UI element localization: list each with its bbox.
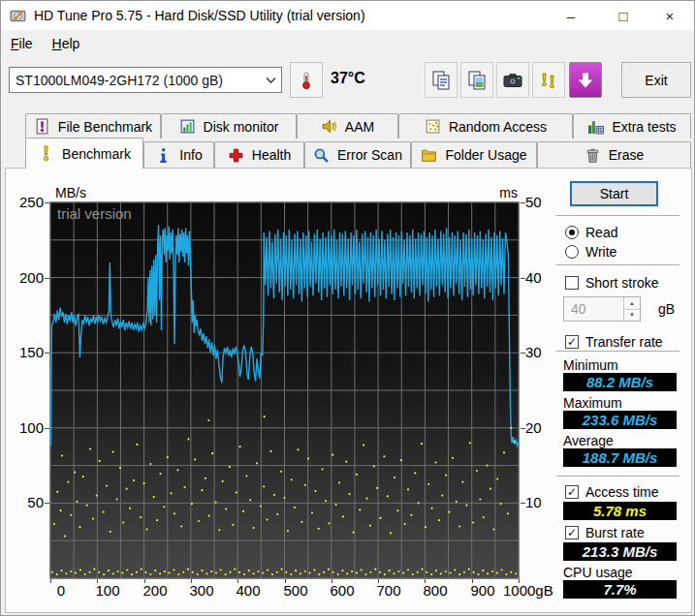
tick-mark [45,278,49,279]
y-left-tick-label: 200 [5,269,44,286]
tab-label: Benchmark [62,146,131,162]
tab-disk-monitor[interactable]: Disk monitor [161,113,297,139]
tab-benchmark[interactable]: Benchmark [25,138,143,169]
y-right-tick-label: 50 [525,194,554,210]
minimum-label: Minimum [563,357,618,373]
folder-usage-icon [421,147,437,164]
minimize-button[interactable]: – [553,1,589,30]
read-radio-row[interactable]: Read [565,225,617,240]
tick-mark [97,579,98,583]
start-label: Start [600,186,629,201]
y-right-tick-label: 20 [525,419,554,436]
transfer-rate-checkbox[interactable]: ✓ [565,335,579,349]
tick-mark [521,353,525,354]
toolbar: ST1000LM049-2GH172 (1000 gB) 37°C [1,57,694,108]
access-time-checkbox[interactable]: ✓ [565,485,579,499]
menu-bar: File Help [1,30,694,57]
camera-icon [502,70,523,91]
write-radio[interactable] [565,245,579,259]
read-radio[interactable] [565,226,579,239]
double-exclamation-icon [538,70,559,91]
tab-label: Folder Usage [445,147,526,163]
separator [556,351,679,352]
access-time-value: 5.78 ms [563,502,677,520]
tick-mark [237,579,238,583]
write-radio-row[interactable]: Write [565,244,616,260]
trial-watermark: trial version [57,205,132,222]
exit-button[interactable]: Exit [621,62,691,98]
tab-random-access[interactable]: Random Access [398,113,573,139]
tick-mark [521,278,525,279]
tab-folder-usage[interactable]: Folder Usage [411,141,537,168]
maximum-value: 233.6 MB/s [563,411,677,429]
tab-label: Erase [609,147,645,163]
x-tick-label: 1000gB [503,582,571,599]
short-stroke-checkbox[interactable] [565,276,579,290]
transfer-rate-row[interactable]: ✓ Transfer rate [565,334,663,350]
cpu-usage-value: 7.7% [563,580,677,599]
read-label: Read [585,225,617,240]
tab-error-scan[interactable]: Error Scan [304,141,411,168]
short-stroke-row[interactable]: Short stroke [565,275,658,291]
title-bar: HD Tune Pro 5.75 - Hard Disk/SSD Utility… [1,1,694,30]
tick-mark [521,503,525,504]
burst-rate-row[interactable]: ✓ Burst rate [565,525,645,540]
exit-label: Exit [645,73,667,88]
copy-image-button[interactable] [460,62,493,98]
tab-health[interactable]: Health [214,141,304,168]
tab-label: Random Access [449,119,547,135]
tick-mark [45,353,49,354]
random-access-icon [425,118,441,135]
tab-extra-tests[interactable]: Extra tests [573,113,691,139]
average-label: Average [563,433,614,448]
erase-icon [584,147,601,164]
aam-icon [321,118,337,135]
tab-label: Health [252,147,291,163]
access-time-label: Access time [585,484,658,500]
drive-select[interactable]: ST1000LM049-2GH172 (1000 gB) [9,67,282,93]
save-results-button[interactable] [569,62,602,98]
screenshot-button[interactable] [496,62,529,98]
info-icon [155,147,172,164]
tab-label: Extra tests [612,119,676,135]
menu-help[interactable]: Help [43,32,90,55]
copy-text-button[interactable] [425,62,458,98]
tab-erase[interactable]: Erase [537,141,691,168]
y-right-tick-label: 30 [525,344,554,360]
benchmark-all-button[interactable] [532,62,565,98]
short-stroke-size-stepper[interactable]: 40 ▲ ▼ [563,296,641,322]
y-left-tick-label: 50 [5,494,44,510]
start-button[interactable]: Start [570,181,658,206]
temperature-button[interactable] [290,62,323,98]
stepper-up-icon[interactable]: ▲ [624,297,640,310]
tab-label: File Benchmark [58,119,152,135]
tick-mark [50,579,51,583]
stepper-arrows[interactable]: ▲ ▼ [623,297,640,321]
copy-text-icon [430,70,452,91]
tab-aam[interactable]: AAM [297,113,398,139]
save-download-icon [576,71,595,90]
tab-label: Error Scan [337,147,402,163]
tick-mark [45,503,49,504]
temperature-value: 37°C [331,70,365,87]
y-left-axis-unit: MB/s [55,185,86,200]
tab-file-benchmark[interactable]: File Benchmark [25,113,161,139]
file-benchmark-icon [34,118,50,135]
tick-mark [521,202,525,203]
tick-mark [45,428,49,429]
error-scan-icon [313,147,330,164]
separator [556,215,679,216]
menu-file[interactable]: File [1,32,43,55]
tab-info[interactable]: Info [143,141,214,168]
stepper-down-icon[interactable]: ▼ [624,310,640,322]
y-right-tick-label: 10 [525,494,554,510]
burst-rate-checkbox[interactable]: ✓ [565,526,579,539]
copy-image-icon [466,70,488,91]
disk-monitor-icon [179,118,196,135]
average-value: 188.7 MB/s [563,448,677,467]
access-time-row[interactable]: ✓ Access time [565,484,658,500]
maximize-button[interactable]: □ [605,1,642,30]
minimum-value: 88.2 MB/s [563,373,677,391]
close-button[interactable]: × [651,1,688,30]
chevron-down-icon [260,77,281,84]
